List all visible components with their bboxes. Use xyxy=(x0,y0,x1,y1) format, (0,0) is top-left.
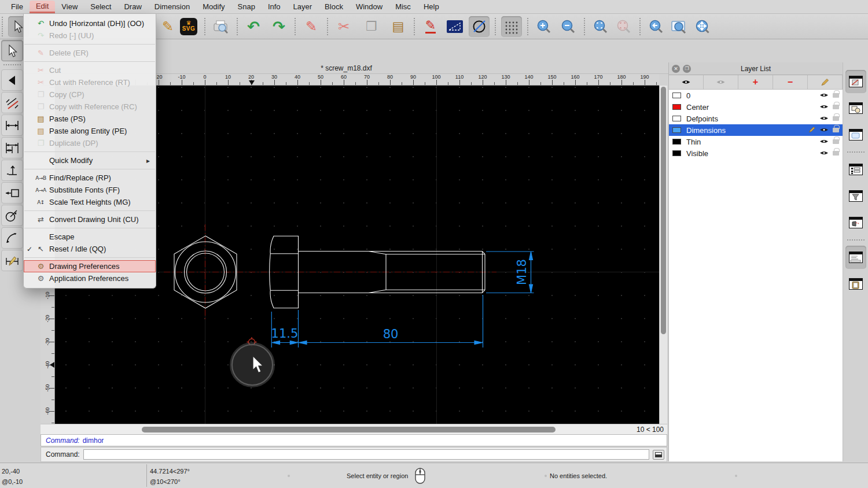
layer-lock-toggle[interactable] xyxy=(833,151,839,156)
dim-style-button[interactable] xyxy=(1,250,23,271)
layer-visibility-toggle[interactable] xyxy=(819,114,829,123)
menubar-item[interactable]: Window xyxy=(350,1,389,13)
menu-item[interactable] xyxy=(24,257,155,258)
menubar-item[interactable]: Modify xyxy=(196,1,231,13)
add-layer-button[interactable]: + xyxy=(738,75,773,89)
remove-layer-button[interactable]: − xyxy=(773,75,808,89)
layer-lock-toggle[interactable] xyxy=(833,116,839,121)
dim-angular-button[interactable] xyxy=(1,227,23,249)
layer-row[interactable]: Defpoints xyxy=(669,113,843,124)
vertical-scrollbar-thumb[interactable] xyxy=(661,87,666,334)
command-input[interactable] xyxy=(83,449,649,460)
menu-item[interactable] xyxy=(24,210,155,211)
menubar-item[interactable]: Snap xyxy=(231,1,262,13)
pencil-button[interactable]: ✎ xyxy=(157,16,178,37)
svg-export-button[interactable]: ♛SVG xyxy=(178,16,199,37)
pan-button[interactable] xyxy=(692,16,713,37)
edit-layer-button[interactable] xyxy=(808,75,843,89)
auto-zoom-button[interactable] xyxy=(590,16,611,37)
document-tab[interactable]: * screw_m18.dxf xyxy=(321,64,372,72)
menu-item[interactable]: ⚙ Drawing Preferences xyxy=(24,260,156,272)
horizontal-scrollbar[interactable]: 10 < 100 xyxy=(41,424,667,434)
layer-visibility-toggle[interactable] xyxy=(819,91,829,100)
menu-item[interactable] xyxy=(24,61,155,62)
menu-item[interactable]: ↶ Undo [Horizontal (DH)] (OO) xyxy=(24,17,156,29)
menu-item[interactable]: Escape xyxy=(24,231,156,243)
redo-button[interactable]: ↷ xyxy=(269,16,289,37)
previous-view-button[interactable] xyxy=(646,16,667,37)
menubar-item[interactable]: Misc xyxy=(389,1,417,13)
snap-off-button[interactable] xyxy=(469,16,490,37)
undo-button[interactable]: ↶ xyxy=(243,16,264,37)
ortho-restrict-button[interactable] xyxy=(444,16,465,37)
dim-horizontal-button[interactable] xyxy=(1,114,23,136)
cut-button[interactable]: ✂ xyxy=(333,16,354,37)
menu-item[interactable]: ❐ Copy (CP) xyxy=(24,88,156,101)
command-line-panel-button[interactable] xyxy=(845,246,866,269)
menu-item[interactable]: ⇄ Convert Drawing Unit (CU) xyxy=(24,213,156,225)
menubar-item[interactable]: Edit xyxy=(30,1,55,13)
draw-order-button[interactable]: ✎ xyxy=(420,16,441,37)
menu-item[interactable]: ▤ Paste (PS) xyxy=(24,113,156,125)
toolbar-drag-handle[interactable] xyxy=(2,17,6,36)
menu-item[interactable] xyxy=(24,44,155,45)
command-panel-toggle-button[interactable] xyxy=(653,450,664,460)
print-preview-button[interactable] xyxy=(211,16,231,37)
copy-button[interactable]: ❐ xyxy=(361,16,382,37)
close-panel-button[interactable]: ✕ xyxy=(672,65,680,73)
menu-item[interactable]: ❐ Duplicate (DP) xyxy=(24,137,156,149)
menubar-item[interactable]: Select xyxy=(84,1,117,13)
menu-item[interactable]: ▤ Paste along Entity (PE) xyxy=(24,125,156,137)
menubar-item[interactable]: View xyxy=(55,1,84,13)
grid-toggle-button[interactable] xyxy=(501,16,522,37)
zoom-out-button[interactable] xyxy=(558,16,579,37)
dim-aligned-button[interactable] xyxy=(1,92,23,113)
layer-lock-toggle[interactable] xyxy=(833,128,839,132)
menu-item[interactable]: A→A Substitute Fonts (FF) xyxy=(24,184,156,196)
paste-button[interactable]: ▤ xyxy=(388,16,409,37)
menu-item[interactable]: A→B Find/Replace (RP) xyxy=(24,172,156,184)
menubar-item[interactable]: Help xyxy=(417,1,446,13)
vertical-scrollbar[interactable] xyxy=(659,86,667,424)
menu-item[interactable] xyxy=(24,169,155,169)
show-selected-layers-button[interactable] xyxy=(704,75,738,89)
menu-item[interactable]: ❐ Copy with Reference (RC) xyxy=(24,101,156,113)
menu-item[interactable]: ⚙ Application Preferences xyxy=(24,272,156,284)
layer-visibility-toggle[interactable] xyxy=(819,126,829,135)
menubar-item[interactable]: Block xyxy=(318,1,350,13)
layer-row[interactable]: 0 xyxy=(669,90,843,101)
lamp-panel-button[interactable] xyxy=(845,211,866,234)
menubar-item[interactable]: Info xyxy=(262,1,287,13)
zoom-window-button[interactable] xyxy=(669,16,690,37)
block-list-panel-button[interactable] xyxy=(845,97,866,120)
back-button[interactable] xyxy=(1,69,23,91)
layer-lock-toggle[interactable] xyxy=(833,139,839,144)
float-panel-button[interactable]: ❐ xyxy=(683,65,691,73)
menu-item[interactable] xyxy=(24,228,155,228)
layer-visibility-toggle[interactable] xyxy=(819,138,829,146)
dimension-11-5[interactable]: 11.5 xyxy=(271,310,299,347)
show-all-layers-button[interactable] xyxy=(669,75,704,89)
horizontal-scrollbar-thumb[interactable] xyxy=(142,427,556,432)
menubar-item[interactable]: Layer xyxy=(287,1,319,13)
library-browser-panel-button[interactable] xyxy=(845,123,866,146)
selection-tool-button-left[interactable] xyxy=(1,40,23,61)
menubar-item[interactable]: Draw xyxy=(117,1,148,13)
menu-item[interactable]: Quick Modify ▸ xyxy=(24,154,156,167)
layer-row[interactable]: Thin xyxy=(669,136,843,147)
layer-lock-toggle[interactable] xyxy=(833,105,839,109)
dimension-80[interactable]: 80 xyxy=(299,295,483,347)
menu-item[interactable]: ✂ Cut xyxy=(24,64,156,76)
dim-ordinate-button[interactable] xyxy=(1,160,23,181)
menubar-item[interactable]: Dimension xyxy=(148,1,196,13)
layer-lock-toggle[interactable] xyxy=(833,93,839,98)
menu-item[interactable]: ✎ Delete (ER) xyxy=(24,47,156,59)
dim-radial-button[interactable] xyxy=(1,205,23,226)
menu-item[interactable]: ✂ Cut with Reference (RT) xyxy=(24,76,156,88)
dim-leader-button[interactable] xyxy=(1,182,23,204)
layer-row[interactable]: Visible xyxy=(669,147,843,159)
property-editor-panel-button[interactable] xyxy=(845,70,866,93)
zoom-in-button[interactable] xyxy=(534,16,554,37)
menu-item[interactable] xyxy=(24,151,155,152)
layer-row[interactable]: Dimensions xyxy=(669,124,843,136)
